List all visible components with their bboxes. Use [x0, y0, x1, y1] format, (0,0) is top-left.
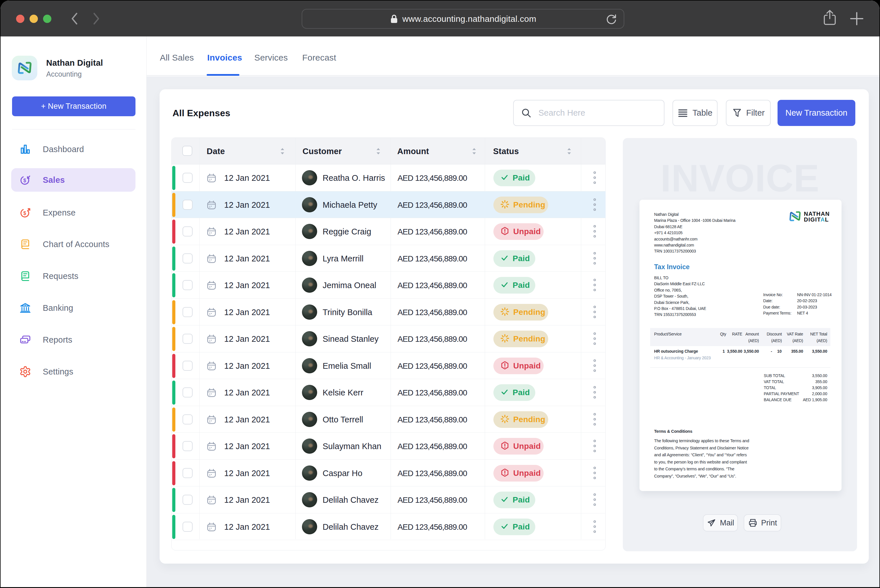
svg-text:$: $	[23, 210, 26, 216]
svg-text:$: $	[23, 178, 26, 183]
